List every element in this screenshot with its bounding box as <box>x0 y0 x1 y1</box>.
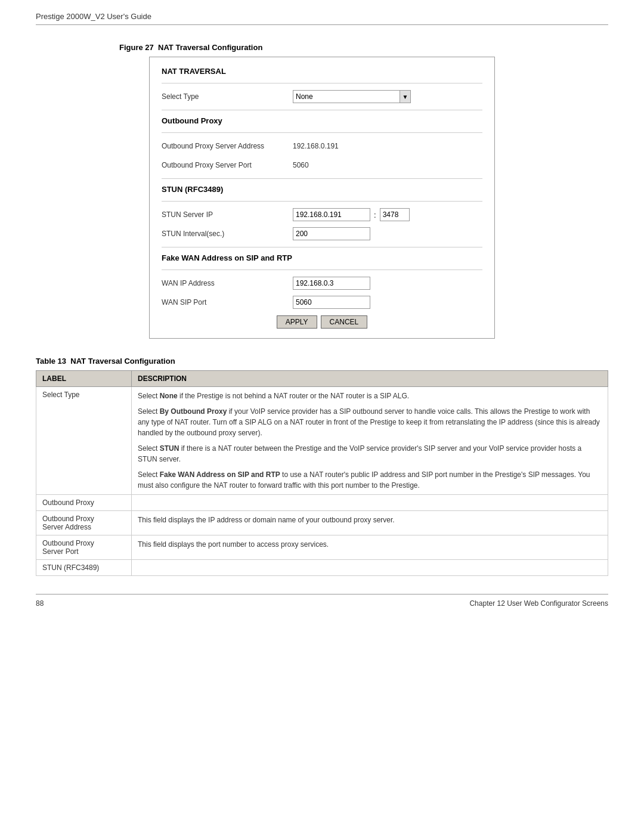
desc-outbound-server-address: This field displays the IP address or do… <box>132 511 608 535</box>
divider-4 <box>162 178 482 179</box>
table-row: Outbound ProxyServer Port This field dis… <box>36 535 608 560</box>
desc-p2: Select By Outbound Proxy if your VoIP se… <box>138 406 602 438</box>
select-type-row: Select Type None By Outbound Proxy STUN … <box>162 89 482 104</box>
figure-number: 27 <box>145 43 153 52</box>
outbound-proxy-address-row: Outbound Proxy Server Address 192.168.0.… <box>162 139 482 153</box>
divider-5 <box>162 201 482 202</box>
footer-chapter: Chapter 12 User Web Configurator Screens <box>469 599 608 608</box>
table-row: Outbound Proxy <box>36 495 608 511</box>
wan-sip-port-label: WAN SIP Port <box>162 298 293 306</box>
figure-title: Figure 27 NAT Traversal Configuration <box>119 43 608 52</box>
stun-interval-label: STUN Interval(sec.) <box>162 230 293 238</box>
desc-p3: Select STUN if there is a NAT router bet… <box>138 443 602 465</box>
header-title: Prestige 2000W_V2 User's Guide <box>36 12 151 21</box>
stun-colon: : <box>374 210 376 219</box>
fake-wan-title: Fake WAN Address on SIP and RTP <box>162 253 482 262</box>
divider-7 <box>162 270 482 270</box>
label-outbound-proxy: Outbound Proxy <box>36 495 132 511</box>
stun-ip-fields: : <box>293 208 410 221</box>
table-row: Outbound ProxyServer Address This field … <box>36 511 608 535</box>
outbound-proxy-port-label: Outbound Proxy Server Port <box>162 161 293 169</box>
divider-1 <box>162 83 482 83</box>
select-type-label: Select Type <box>162 92 293 101</box>
divider-6 <box>162 247 482 247</box>
label-select-type: Select Type <box>36 387 132 495</box>
form-buttons: APPLY CANCEL <box>162 315 482 329</box>
nat-traversal-form: NAT TRAVERSAL Select Type None By Outbou… <box>149 57 495 339</box>
desc-outbound-proxy <box>132 495 608 511</box>
table-header-row: LABEL DESCRIPTION <box>36 371 608 387</box>
wan-sip-port-input[interactable] <box>293 296 370 309</box>
cancel-button[interactable]: CANCEL <box>321 315 368 329</box>
wan-ip-input[interactable] <box>293 277 370 290</box>
page-footer: 88 Chapter 12 User Web Configurator Scre… <box>36 594 608 608</box>
desc-p1: Select None if the Prestige is not behin… <box>138 391 602 401</box>
table-title: Table 13 NAT Traversal Configuration <box>36 357 608 366</box>
table-row: Select Type Select None if the Prestige … <box>36 387 608 495</box>
select-type-input[interactable]: None By Outbound Proxy STUN Fake WAN Add… <box>293 90 400 103</box>
table-number: 13 <box>58 357 66 366</box>
footer-page-number: 88 <box>36 599 44 608</box>
desc-p4: Select Fake WAN Address on SIP and RTP t… <box>138 469 602 491</box>
stun-interval-row: STUN Interval(sec.) <box>162 227 482 241</box>
form-section-title: NAT TRAVERSAL <box>162 67 482 76</box>
outbound-proxy-title: Outbound Proxy <box>162 116 482 125</box>
select-arrow-icon: ▼ <box>400 90 411 103</box>
outbound-proxy-address-label: Outbound Proxy Server Address <box>162 142 293 150</box>
stun-server-ip-input[interactable] <box>293 208 370 221</box>
figure-name: NAT Traversal Configuration <box>158 43 262 52</box>
stun-title: STUN (RFC3489) <box>162 185 482 194</box>
config-table: LABEL DESCRIPTION Select Type Select Non… <box>36 370 608 576</box>
outbound-proxy-port-row: Outbound Proxy Server Port 5060 <box>162 158 482 172</box>
label-outbound-server-address: Outbound ProxyServer Address <box>36 511 132 535</box>
figure-label: Figure <box>119 43 145 52</box>
col-description-header: DESCRIPTION <box>132 371 608 387</box>
desc-select-type: Select None if the Prestige is not behin… <box>132 387 608 495</box>
outbound-proxy-address-value: 192.168.0.191 <box>293 142 339 150</box>
stun-server-port-input[interactable] <box>380 208 410 221</box>
page-header: Prestige 2000W_V2 User's Guide <box>36 12 608 25</box>
stun-interval-input[interactable] <box>293 227 370 240</box>
label-stun: STUN (RFC3489) <box>36 560 132 576</box>
apply-button[interactable]: APPLY <box>277 315 317 329</box>
wan-ip-row: WAN IP Address <box>162 276 482 290</box>
label-outbound-server-port: Outbound ProxyServer Port <box>36 535 132 560</box>
divider-2 <box>162 110 482 110</box>
table-name: NAT Traversal Configuration <box>70 357 175 366</box>
table-label: Table <box>36 357 58 366</box>
stun-server-ip-label: STUN Server IP <box>162 210 293 219</box>
wan-sip-port-row: WAN SIP Port <box>162 295 482 309</box>
divider-3 <box>162 132 482 133</box>
select-type-wrapper: None By Outbound Proxy STUN Fake WAN Add… <box>293 90 411 103</box>
outbound-proxy-port-value: 5060 <box>293 161 309 169</box>
desc-outbound-server-port: This field displays the port number to a… <box>132 535 608 560</box>
stun-server-ip-row: STUN Server IP : <box>162 208 482 222</box>
wan-ip-label: WAN IP Address <box>162 279 293 287</box>
desc-stun <box>132 560 608 576</box>
table-row: STUN (RFC3489) <box>36 560 608 576</box>
col-label-header: LABEL <box>36 371 132 387</box>
